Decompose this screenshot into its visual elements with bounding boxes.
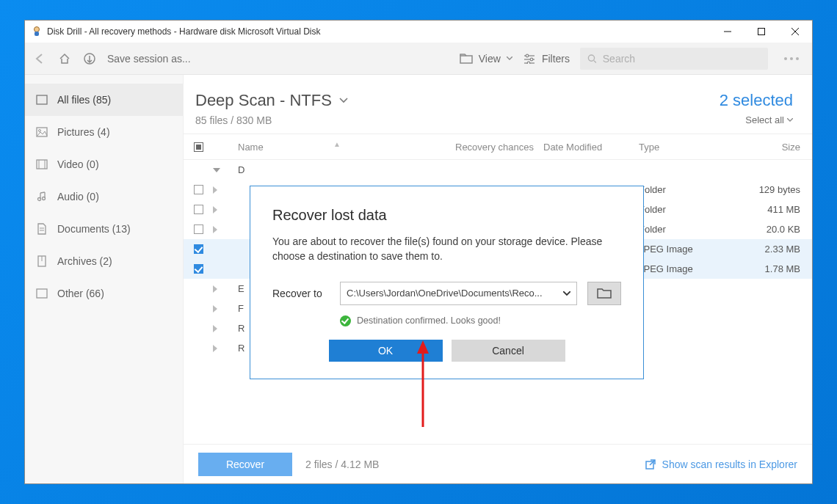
- chevron-down-icon: [563, 291, 570, 296]
- show-in-explorer-link[interactable]: Show scan results in Explorer: [645, 459, 797, 470]
- app-window: Disk Drill - All recovery methods - Hard…: [24, 20, 813, 484]
- expand-toggle-icon[interactable]: [213, 168, 220, 172]
- sidebar-item-other[interactable]: Other (66): [25, 277, 183, 310]
- expand-toggle-icon[interactable]: [213, 305, 217, 313]
- sidebar-item-pictures[interactable]: Pictures (4): [25, 116, 183, 148]
- view-dropdown[interactable]: View: [460, 53, 512, 65]
- view-label: View: [479, 53, 501, 65]
- minimize-button[interactable]: [711, 21, 744, 43]
- search-box[interactable]: [580, 48, 768, 70]
- titlebar: Disk Drill - All recovery methods - Hard…: [25, 21, 812, 43]
- svg-point-19: [39, 130, 41, 132]
- row-size: 129 bytes: [727, 184, 800, 195]
- audio-icon: [35, 190, 48, 203]
- column-header-size[interactable]: Size: [727, 142, 800, 153]
- svg-rect-3: [758, 29, 765, 35]
- save-session-icon[interactable]: [82, 51, 97, 66]
- column-header-recovery-chances[interactable]: Recovery chances: [455, 142, 543, 153]
- ok-button[interactable]: OK: [329, 340, 443, 362]
- svg-point-24: [43, 197, 46, 200]
- svg-point-14: [588, 54, 594, 60]
- sidebar-item-label: Audio (0): [57, 191, 99, 202]
- search-input[interactable]: [603, 53, 761, 65]
- sidebar: All files (85) Pictures (4) Video (0) Au…: [25, 75, 184, 483]
- video-icon: [35, 158, 48, 171]
- browse-folder-button[interactable]: [587, 282, 621, 305]
- checkmark-icon: [340, 315, 351, 326]
- search-icon: [587, 54, 597, 64]
- confirm-text: Destination confirmed. Looks good!: [357, 315, 501, 326]
- column-header-date-modified[interactable]: Date Modified: [543, 142, 639, 153]
- app-icon: [31, 26, 43, 37]
- svg-rect-20: [37, 160, 47, 169]
- sidebar-item-all-files[interactable]: All files (85): [25, 84, 183, 116]
- sidebar-item-label: Archives (2): [57, 255, 112, 267]
- table-row[interactable]: D: [184, 160, 812, 180]
- more-menu-button[interactable]: [778, 57, 805, 60]
- column-header-name[interactable]: Name ▲: [238, 142, 455, 153]
- expand-toggle-icon[interactable]: [213, 345, 217, 352]
- filters-button[interactable]: Filters: [523, 53, 570, 65]
- recover-to-label: Recover to: [272, 288, 330, 299]
- row-size: 1.78 MB: [727, 263, 800, 274]
- dialog-body-text: You are about to recover the file(s) fou…: [272, 234, 621, 264]
- sidebar-item-label: Documents (13): [57, 223, 131, 235]
- files-icon: [35, 93, 48, 106]
- recover-path-dropdown[interactable]: C:\Users\Jordan\OneDrive\Documents\Reco.…: [340, 282, 577, 305]
- toolbar: Save session as... View Filters: [25, 43, 812, 75]
- expand-toggle-icon[interactable]: [213, 186, 217, 194]
- chevron-down-icon: [339, 98, 348, 103]
- row-checkbox[interactable]: [194, 244, 203, 254]
- select-all-label: Select all: [745, 114, 784, 125]
- expand-toggle-icon[interactable]: [213, 325, 217, 332]
- sidebar-item-label: Video (0): [57, 158, 99, 170]
- sidebar-item-label: Pictures (4): [57, 126, 110, 138]
- recover-path-text: C:\Users\Jordan\OneDrive\Documents\Reco.…: [347, 288, 543, 299]
- svg-rect-16: [37, 95, 47, 104]
- row-checkbox[interactable]: [194, 205, 203, 214]
- select-all-checkbox[interactable]: [194, 142, 203, 152]
- row-size: 411 MB: [727, 204, 800, 215]
- cancel-button[interactable]: Cancel: [452, 340, 565, 362]
- svg-line-15: [594, 60, 596, 62]
- archives-icon: [35, 255, 48, 268]
- maximize-button[interactable]: [744, 21, 778, 43]
- row-checkbox[interactable]: [194, 185, 203, 194]
- close-button[interactable]: [778, 21, 812, 43]
- row-type: JPEG Image: [639, 263, 727, 274]
- recover-dialog: Recover lost data You are about to recov…: [250, 186, 644, 379]
- save-session-label[interactable]: Save session as...: [107, 53, 191, 65]
- row-checkbox[interactable]: [194, 224, 203, 234]
- row-checkbox[interactable]: [194, 264, 203, 274]
- svg-rect-7: [460, 56, 472, 63]
- expand-toggle-icon[interactable]: [213, 226, 217, 233]
- recover-button[interactable]: Recover: [198, 453, 292, 476]
- row-size: 20.0 KB: [727, 224, 800, 235]
- sidebar-item-audio[interactable]: Audio (0): [25, 180, 183, 213]
- scan-title-dropdown[interactable]: Deep Scan - NTFS: [195, 91, 348, 110]
- sidebar-item-label: All files (85): [57, 94, 111, 106]
- sidebar-item-documents[interactable]: Documents (13): [25, 213, 183, 245]
- sidebar-item-video[interactable]: Video (0): [25, 148, 183, 180]
- expand-toggle-icon[interactable]: [213, 206, 217, 213]
- svg-point-0: [35, 27, 40, 32]
- row-size: 2.33 MB: [727, 244, 800, 255]
- scan-title-label: Deep Scan - NTFS: [195, 91, 332, 110]
- folder-icon: [460, 54, 473, 64]
- home-button[interactable]: [57, 51, 72, 66]
- svg-point-11: [530, 58, 533, 61]
- footer: Recover 2 files / 4.12 MB Show scan resu…: [184, 444, 812, 483]
- column-header-type[interactable]: Type: [639, 142, 727, 153]
- expand-toggle-icon[interactable]: [213, 285, 217, 293]
- row-type: Folder: [639, 204, 727, 215]
- footer-summary: 2 files / 4.12 MB: [305, 459, 379, 470]
- svg-rect-29: [37, 289, 47, 298]
- pictures-icon: [35, 125, 48, 139]
- select-all-dropdown[interactable]: Select all: [720, 114, 793, 125]
- back-button[interactable]: [32, 51, 47, 66]
- row-type: Folder: [639, 184, 727, 195]
- filters-label: Filters: [542, 53, 570, 65]
- documents-icon: [35, 222, 48, 235]
- folder-icon: [597, 288, 612, 299]
- sidebar-item-archives[interactable]: Archives (2): [25, 245, 183, 277]
